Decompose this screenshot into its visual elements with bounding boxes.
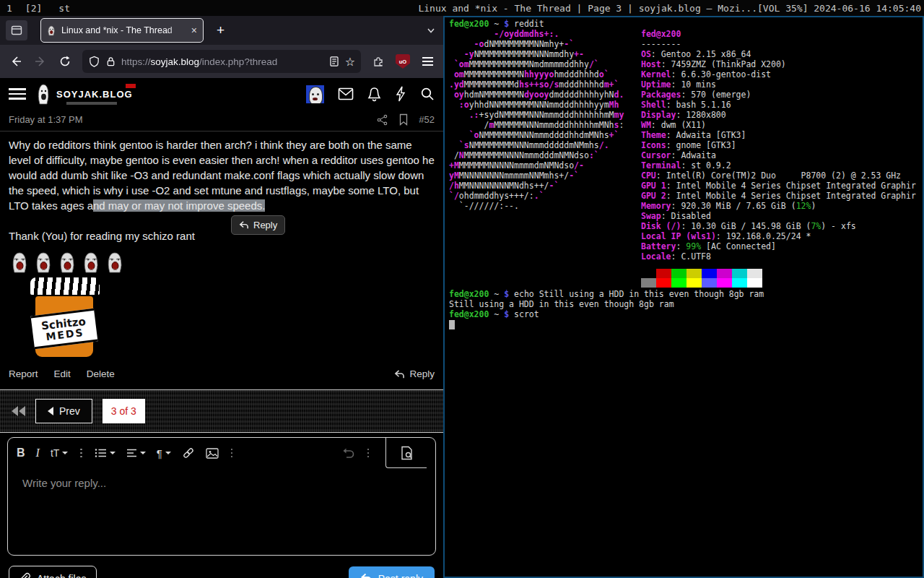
navigation-toolbar: https://soyjak.blog/index.php?thread ☆ u… xyxy=(0,45,443,78)
ublock-origin-button[interactable]: uO xyxy=(391,50,414,73)
dwm-status-text: Linux and *nix - The Thread | Page 3 | s… xyxy=(418,3,924,14)
font-size-button[interactable]: tT xyxy=(51,447,68,459)
alerts-bell-icon[interactable] xyxy=(367,87,381,102)
app-menu-button[interactable] xyxy=(416,50,439,73)
emote-row xyxy=(9,251,436,273)
bloodjak-emote xyxy=(56,251,79,273)
preview-button[interactable] xyxy=(385,438,427,468)
insert-image-icon[interactable] xyxy=(206,448,219,459)
tab-close-icon[interactable]: × xyxy=(190,24,199,37)
chevron-down-icon xyxy=(426,25,436,35)
site-header: SOYJAK.BLOG xyxy=(0,78,443,110)
dwm-layout-indicator[interactable]: [2] xyxy=(19,3,48,14)
forward-button[interactable] xyxy=(29,50,52,73)
messages-icon[interactable] xyxy=(338,87,354,100)
new-tab-button[interactable]: + xyxy=(212,22,229,38)
bloodjak-emote xyxy=(32,251,55,273)
firefox-view-button[interactable] xyxy=(6,20,27,40)
paperclip-icon xyxy=(19,572,31,578)
bottle-body: Schitzo MEDS xyxy=(35,296,93,357)
terminal-prompt-line: fed@x200 ~ $ reddit xyxy=(449,19,544,29)
insert-link-icon[interactable] xyxy=(182,447,195,460)
post-footer: Report Edit Delete Reply xyxy=(0,357,443,388)
post-paragraph: Why do redditors think gentoo is harder … xyxy=(9,137,436,213)
soyjak-blog-page: SOYJAK.BLOG Friday at 1:37 PM #52 xyxy=(0,78,443,578)
firefox-view-icon xyxy=(10,24,23,37)
bold-button[interactable]: B xyxy=(17,447,25,460)
header-icons xyxy=(306,85,435,103)
selection-reply-tooltip[interactable]: Reply xyxy=(231,215,285,235)
gentoo-ascii-art: -/oyddmdhs+:. -odNMMMMMMMMNNmhy+-` -yNMM… xyxy=(449,29,624,211)
more-options-icon[interactable] xyxy=(79,449,84,458)
attach-files-button[interactable]: Attach files xyxy=(9,566,97,578)
ublock-shield-icon: uO xyxy=(396,54,410,69)
lightning-icon[interactable] xyxy=(395,86,406,102)
lock-icon xyxy=(105,56,116,67)
st-terminal-window[interactable]: fed@x200 ~ $ reddit -/oyddmdhs+:. -odNMM… xyxy=(443,16,924,578)
post-header: Friday at 1:37 PM #52 xyxy=(0,110,443,131)
current-page-indicator[interactable]: 3 of 3 xyxy=(103,399,145,423)
align-icon xyxy=(126,448,137,458)
list-button[interactable] xyxy=(95,448,116,458)
schizo-meds-image[interactable]: Schitzo MEDS xyxy=(29,276,101,357)
reload-icon xyxy=(58,55,71,68)
extensions-button[interactable] xyxy=(367,50,390,73)
caret-down-icon xyxy=(165,452,171,454)
dwm-tag-1[interactable]: 1 xyxy=(0,3,19,14)
preview-icon xyxy=(400,446,414,460)
logo-badge xyxy=(126,84,136,88)
url-host: soyjak.blog xyxy=(151,56,200,67)
tab-title: Linux and *nix - The Thread xyxy=(61,25,186,35)
back-icon xyxy=(9,55,22,68)
puzzle-icon xyxy=(372,55,385,68)
paragraph-format-button[interactable]: ¶ xyxy=(157,447,171,460)
reply-arrow-icon xyxy=(360,573,372,578)
site-menu-button[interactable] xyxy=(9,85,26,103)
reader-mode-icon[interactable] xyxy=(328,56,340,67)
site-logo-text: SOYJAK.BLOG xyxy=(56,89,133,100)
terminal-bottom-lines: fed@x200 ~ $ echo Still using a HDD in t… xyxy=(449,289,764,319)
more-options-icon[interactable] xyxy=(366,449,371,458)
reply-link[interactable]: Reply xyxy=(394,368,435,379)
active-tab[interactable]: Linux and *nix - The Thread × xyxy=(40,18,204,43)
align-button[interactable] xyxy=(126,448,146,458)
list-all-tabs-button[interactable] xyxy=(426,25,436,35)
reply-editor: B I tT ¶ xyxy=(7,437,436,556)
dwm-statusbar: 1 [2] st Linux and *nix - The Thread | P… xyxy=(0,0,924,16)
search-icon[interactable] xyxy=(420,87,435,101)
tooltip-label: Reply xyxy=(253,220,277,230)
first-page-button[interactable] xyxy=(12,406,25,416)
bookmark-icon[interactable] xyxy=(398,113,409,126)
post-reply-button[interactable]: Post reply xyxy=(349,566,435,578)
share-icon[interactable] xyxy=(376,114,388,126)
post-body: Why do redditors think gentoo is harder … xyxy=(0,131,443,357)
terminal-cursor xyxy=(449,320,455,329)
reload-button[interactable] xyxy=(53,50,77,73)
undo-icon xyxy=(342,447,355,459)
tab-bar: Linux and *nix - The Thread × + xyxy=(0,16,443,45)
post-number[interactable]: #52 xyxy=(419,114,435,125)
pagination-bar: Prev 3 of 3 xyxy=(0,389,443,433)
more-options-icon[interactable] xyxy=(230,449,235,458)
logo-subtitle xyxy=(66,102,117,105)
bloodjak-emote xyxy=(80,251,103,273)
post-thanks-line: Thank (You) for reading my schizo rant xyxy=(9,228,436,243)
back-button[interactable] xyxy=(4,50,27,73)
report-link[interactable]: Report xyxy=(9,368,38,379)
url-bar[interactable]: https://soyjak.blog/index.php?thread ☆ xyxy=(82,50,361,73)
delete-link[interactable]: Delete xyxy=(87,368,115,379)
site-logo[interactable]: SOYJAK.BLOG xyxy=(35,83,133,105)
italic-button[interactable]: I xyxy=(36,447,40,460)
desktop: 1 [2] st Linux and *nix - The Thread | P… xyxy=(0,0,924,578)
user-avatar[interactable] xyxy=(306,85,324,103)
bloodjak-emote xyxy=(9,251,31,273)
edit-link[interactable]: Edit xyxy=(54,368,71,379)
reply-textarea[interactable]: Write your reply... xyxy=(8,468,435,555)
editor-actions: Attach files Post reply xyxy=(0,556,443,578)
bottle-label: Schitzo MEDS xyxy=(31,309,98,349)
prev-page-button[interactable]: Prev xyxy=(35,399,92,423)
post-timestamp[interactable]: Friday at 1:37 PM xyxy=(9,114,83,125)
undo-button[interactable] xyxy=(342,447,355,459)
bookmark-star-icon[interactable]: ☆ xyxy=(345,55,355,69)
neofetch-info: fed@x200--------OS: Gentoo 2.15 x86_64Ho… xyxy=(641,29,916,262)
